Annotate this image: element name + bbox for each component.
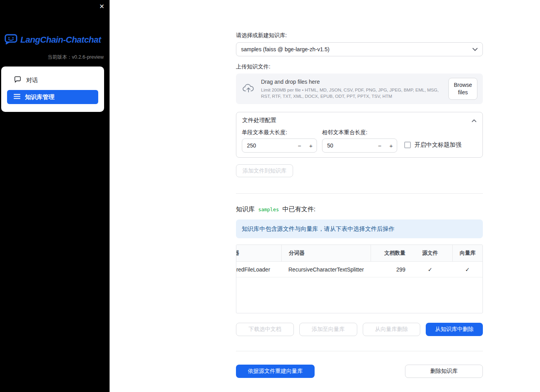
- logo-chat-icon: [4, 34, 18, 46]
- delete-from-vector-button[interactable]: 从向量库删除: [363, 323, 421, 336]
- dropzone-limits: Limit 200MB per file • HTML, MD, JSON, C…: [261, 87, 445, 99]
- knowledge-base-icon: [14, 94, 20, 101]
- cell-source-check: ✓: [408, 262, 452, 277]
- sidebar: ✕ LangChain-Chatchat 当前版本：v0.2.6-preview…: [0, 0, 110, 392]
- main-content: 请选择或新建知识库: samples (faiss @ bge-large-zh…: [236, 0, 483, 378]
- file-dropzone[interactable]: Drag and drop files here Limit 200MB per…: [236, 74, 483, 104]
- cell-loader: UnstructuredFileLoader: [236, 262, 281, 277]
- expander-body: 单段文本最大长度: 250 − + 相邻文本重合长度: 50 − + 开启中文标…: [236, 126, 482, 157]
- delete-from-kb-button[interactable]: 从知识库中删除: [426, 323, 483, 336]
- add-to-vector-button[interactable]: 添加至向量库: [299, 323, 357, 336]
- expander-header[interactable]: 文件处理配置: [236, 112, 482, 126]
- max-length-label: 单段文本最大长度:: [242, 128, 317, 136]
- kb-files-heading: 知识库 samples 中已有文件:: [236, 205, 483, 214]
- cell-splitter: RecursiveCharacterTextSplitter: [281, 262, 371, 277]
- cell-doc-count: 299: [371, 262, 408, 277]
- sidebar-item-label: 对话: [26, 77, 38, 84]
- sidebar-item-knowledge-base[interactable]: 知识库管理: [7, 90, 98, 104]
- browse-files-button[interactable]: Browse files: [448, 78, 477, 100]
- kb-files-suffix: 中已有文件:: [283, 205, 315, 214]
- cloud-upload-icon: [242, 83, 255, 94]
- rebuild-vector-store-button[interactable]: 依据源文件重建向量库: [236, 365, 315, 378]
- sidebar-menu: 对话 知识库管理: [1, 67, 104, 112]
- title-enhance-label: 开启中文标题加强: [414, 141, 461, 149]
- title-enhance-checkbox[interactable]: [404, 142, 411, 148]
- kb-management-actions: 依据源文件重建向量库 删除知识库: [236, 365, 483, 378]
- kb-name-code: samples: [258, 207, 279, 212]
- kb-select[interactable]: samples (faiss @ bge-large-zh-v1.5): [236, 42, 483, 56]
- overlap-length-group: 相邻文本重合长度: 50 − +: [322, 128, 397, 153]
- dropzone-title: Drag and drop files here: [261, 79, 445, 85]
- plus-stepper-button[interactable]: +: [385, 142, 397, 149]
- cell-vector-check: ✓: [452, 262, 482, 277]
- close-sidebar-icon[interactable]: ✕: [99, 3, 104, 10]
- table-row[interactable]: UnstructuredFileLoader RecursiveCharacte…: [236, 262, 482, 277]
- minus-stepper-button[interactable]: −: [374, 142, 385, 149]
- kb-files-prefix: 知识库: [236, 205, 255, 214]
- column-header-vector-store[interactable]: 向量库: [452, 245, 482, 261]
- overlap-length-value: 50: [327, 142, 374, 149]
- title-enhance-checkbox-group: 开启中文标题加强: [404, 141, 461, 149]
- chevron-down-icon: [472, 46, 478, 52]
- column-header-splitter[interactable]: 分词器: [281, 245, 371, 261]
- app-title: LangChain-Chatchat: [20, 35, 101, 45]
- chevron-up-icon: [472, 117, 477, 124]
- table-actions: 下载选中文档 添加至向量库 从向量库删除 从知识库中删除: [236, 323, 483, 336]
- dropzone-text: Drag and drop files here Limit 200MB per…: [261, 79, 448, 99]
- add-files-to-kb-button[interactable]: 添加文件到知识库: [236, 164, 293, 177]
- divider: [236, 193, 483, 194]
- column-header-doc-count[interactable]: 文档数量: [371, 245, 408, 261]
- sidebar-item-dialogue[interactable]: 对话: [1, 72, 104, 88]
- divider: [236, 351, 483, 351]
- table-header-row: 文档加载器 分词器 文档数量 源文件 向量库: [236, 245, 482, 262]
- chat-bubble-icon: [14, 76, 21, 84]
- max-length-group: 单段文本最大长度: 250 − +: [242, 128, 317, 153]
- sidebar-item-label: 知识库管理: [25, 94, 54, 101]
- app-logo: LangChain-Chatchat: [4, 34, 101, 46]
- download-selected-button[interactable]: 下载选中文档: [236, 323, 294, 336]
- column-header-loader[interactable]: 文档加载器: [236, 245, 281, 261]
- delete-kb-button[interactable]: 删除知识库: [405, 365, 483, 378]
- version-label: 当前版本：v0.2.6-preview: [47, 54, 104, 61]
- column-header-source-file[interactable]: 源文件: [408, 245, 452, 261]
- kb-files-table: 文档加载器 分词器 文档数量 源文件 向量库 UnstructuredFileL…: [236, 245, 483, 313]
- overlap-length-input[interactable]: 50 − +: [322, 138, 397, 153]
- expander-title: 文件处理配置: [242, 117, 276, 124]
- minus-stepper-button[interactable]: −: [294, 142, 305, 149]
- overlap-length-label: 相邻文本重合长度:: [322, 128, 397, 136]
- kb-select-value: samples (faiss @ bge-large-zh-v1.5): [241, 46, 472, 52]
- file-config-expander: 文件处理配置 单段文本最大长度: 250 − + 相邻文本重合长度: 50 − …: [236, 112, 483, 158]
- upload-files-label: 上传知识文件:: [236, 63, 483, 70]
- info-banner: 知识库中包含源文件与向量库，请从下表中选择文件后操作: [236, 219, 483, 238]
- kb-select-label: 请选择或新建知识库:: [236, 31, 483, 39]
- max-length-value: 250: [247, 142, 294, 149]
- max-length-input[interactable]: 250 − +: [242, 138, 317, 153]
- plus-stepper-button[interactable]: +: [305, 142, 317, 149]
